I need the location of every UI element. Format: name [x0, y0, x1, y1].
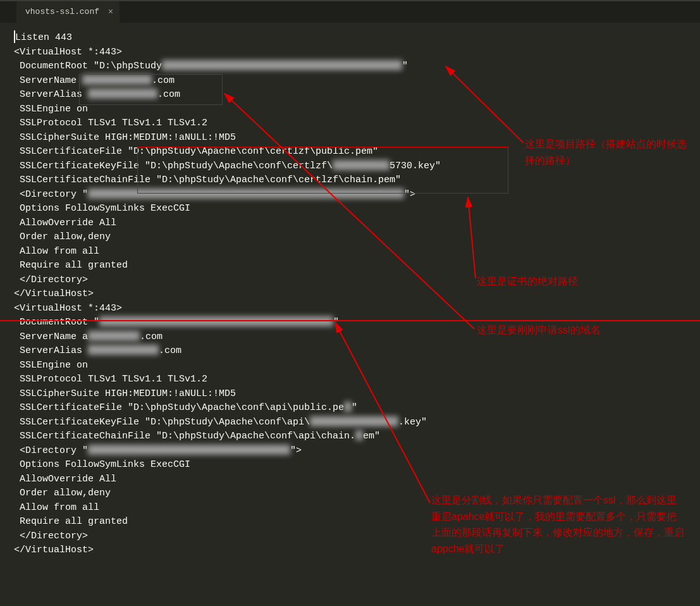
code-line: Options FollowSymLinks ExecCGI: [14, 458, 700, 473]
code-line: Require all granted: [14, 259, 700, 273]
code-line: AllowOverride All: [14, 216, 700, 231]
separator-line: [0, 320, 700, 321]
code-line: SSLCertificateKeyFile "D:\phpStudy\Apach…: [14, 416, 700, 430]
tab-file[interactable]: vhosts-ssl.conf ×: [16, 1, 120, 23]
editor-area[interactable]: Listen 443 <VirtualHost *:443> DocumentR…: [0, 23, 700, 558]
annotation-ssl-domain: 这里是要刚刚申请ssl的域名: [477, 322, 601, 338]
code-line: AllowOverride All: [14, 473, 700, 487]
tab-bar: vhosts-ssl.conf ×: [0, 0, 700, 23]
code-line: SSLEngine on: [14, 102, 700, 117]
code-line: ServerAlias .com: [14, 88, 700, 102]
code-line: SSLProtocol TLSv1 TLSv1.1 TLSv1.2: [14, 373, 700, 387]
redacted: [344, 402, 352, 412]
redacted: [355, 430, 363, 440]
close-icon[interactable]: ×: [108, 5, 113, 20]
redacted: [88, 445, 290, 455]
code-line: Allow from all: [14, 245, 700, 259]
redacted: [333, 160, 390, 170]
redacted: [99, 316, 333, 326]
code-line: <Directory "">: [14, 188, 700, 202]
annotation-project-path: 这里是项目路径（搭建站点的时候选择的路径）: [525, 136, 689, 168]
code-line: SSLCertificateChainFile "D:\phpStudy\Apa…: [14, 430, 700, 444]
code-line: <Directory "">: [14, 444, 700, 459]
redacted: [88, 331, 140, 341]
redacted: [310, 416, 398, 426]
code-line: DocumentRoot "D:\phpStudy": [14, 59, 700, 74]
code-line: Options FollowSymLinks ExecCGI: [14, 202, 700, 216]
annotation-cert-path: 这里是证书的绝对路径: [477, 273, 578, 290]
redacted: [88, 189, 404, 199]
redacted: [88, 345, 159, 355]
tab-filename: vhosts-ssl.conf: [25, 5, 99, 20]
code-line: </VirtualHost>: [14, 287, 700, 302]
code-line: ServerAlias .com: [14, 344, 700, 359]
code-line: SSLCipherSuite HIGH:MEDIUM:!aNULL:!MD5: [14, 387, 700, 402]
annotation-separator: 这里是分割线，如果你只需要配置一个ssl，那么到这里重启apahce就可以了，我…: [431, 492, 684, 557]
code-line: </Directory>: [14, 273, 700, 288]
code-line: ServerName .com: [14, 74, 700, 89]
code-line: SSLCertificateChainFile "D:\phpStudy\Apa…: [14, 173, 700, 188]
redacted: [88, 89, 157, 99]
code-line: Listen 443: [14, 30, 700, 46]
code-line: SSLProtocol TLSv1 TLSv1.1 TLSv1.2: [14, 116, 700, 131]
code-line: <VirtualHost *:443>: [14, 46, 700, 60]
code-line: <VirtualHost *:443>: [14, 302, 700, 316]
code-line: SSLCertificateFile "D:\phpStudy\Apache\c…: [14, 401, 700, 416]
redacted: [82, 75, 152, 85]
code-line: Order allow,deny: [14, 230, 700, 245]
redacted: [162, 60, 402, 70]
code-line: SSLEngine on: [14, 359, 700, 373]
